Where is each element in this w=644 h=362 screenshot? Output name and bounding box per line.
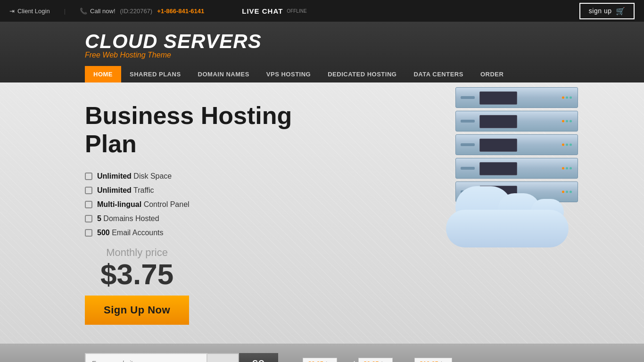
hero-content: Business Hosting Plan Unlimited Disk Spa… <box>85 101 349 325</box>
tld-com-price-unit: /yr <box>325 360 332 362</box>
tld-com-price-value: $9.95 <box>308 360 323 362</box>
pricing-area: Monthly price $3.75 Sign Up Now <box>85 247 349 325</box>
brand-name: CLOUD SERVERS <box>85 30 559 53</box>
bullet-icon <box>85 215 92 222</box>
domain-input-wrapper <box>85 353 207 362</box>
nav-item-order[interactable]: ORDER <box>472 66 512 82</box>
tld-org-price: .org $10.95 /yr <box>399 358 452 362</box>
phone-number[interactable]: +1-866-841-6141 <box>157 8 204 15</box>
bullet-icon <box>85 201 92 208</box>
hero-title: Business Hosting Plan <box>85 101 349 158</box>
price-box: Monthly price $3.75 Sign Up Now <box>85 247 189 325</box>
call-now-section: 📞 Call now! (ID:220767) +1-866-841-6141 <box>80 8 204 15</box>
domain-search-input[interactable] <box>86 360 206 362</box>
tld-net-label: .net <box>344 360 355 362</box>
cart-icon: 🛒 <box>616 7 626 16</box>
feature-text: 5 Domains Hosted <box>97 214 159 223</box>
feature-email: 500 Email Accounts <box>85 229 349 237</box>
cloud-illustration <box>437 177 578 252</box>
tld-com-price: .com $9.95 /yr <box>285 358 337 362</box>
hero-server-image <box>437 87 587 252</box>
feature-text: Multi-lingual Control Panel <box>97 200 190 209</box>
call-label: Call now! <box>90 8 115 15</box>
live-chat-label: LIVE CHAT <box>242 7 283 15</box>
login-icon: ⇥ <box>9 8 15 15</box>
tld-org-price-value: $10.95 <box>420 360 438 362</box>
nav-item-dedicated-hosting[interactable]: DEDICATED HOSTING <box>319 66 405 82</box>
signup-button[interactable]: sign up 🛒 <box>579 3 635 19</box>
tld-select[interactable]: .com .net .org <box>211 360 228 362</box>
feature-traffic: Unlimited Traffic <box>85 186 349 195</box>
nav-item-home[interactable]: HOME <box>85 66 121 82</box>
feature-text: Unlimited Disk Space <box>97 172 172 181</box>
client-login-label: Client Login <box>17 8 50 15</box>
domain-search-go-button[interactable]: GO <box>239 353 278 362</box>
monthly-label: Monthly price <box>85 247 189 259</box>
tld-select-wrapper: .com .net .org ▼ <box>207 353 239 362</box>
nav-item-vps-hosting[interactable]: VPS HOSTING <box>258 66 319 82</box>
bullet-icon <box>85 173 92 180</box>
separator: | <box>64 8 66 15</box>
server-unit-1 <box>455 87 578 108</box>
bullet-icon <box>85 229 92 237</box>
price-display: $3.75 <box>85 260 189 289</box>
tld-net-price-value: $9.95 <box>363 360 379 362</box>
tld-net-price: .net $9.95 /yr <box>344 358 393 362</box>
nav-item-shared-plans[interactable]: SHARED PLANS <box>121 66 190 82</box>
tld-net-price-unit: /yr <box>380 360 387 362</box>
feature-domains: 5 Domains Hosted <box>85 214 349 223</box>
tagline: Free Web Hosting Theme <box>85 51 559 59</box>
phone-icon: 📞 <box>80 8 87 15</box>
logo: CLOUD SERVERS Free Web Hosting Theme <box>85 30 559 59</box>
tld-com-label: .com <box>285 360 300 362</box>
offline-badge: OFFLINE <box>287 8 306 14</box>
main-nav: HOME SHARED PLANS DOMAIN NAMES VPS HOSTI… <box>85 66 559 82</box>
features-list: Unlimited Disk Space Unlimited Traffic M… <box>85 172 349 237</box>
feature-text: Unlimited Traffic <box>97 186 154 195</box>
tld-org-price-box: $10.95 /yr <box>414 358 452 362</box>
nav-item-domain-names[interactable]: DOMAIN NAMES <box>190 66 258 82</box>
header: CLOUD SERVERS Free Web Hosting Theme HOM… <box>0 22 644 82</box>
server-unit-4 <box>455 158 578 179</box>
hero-signup-button[interactable]: Sign Up Now <box>85 296 189 325</box>
bullet-icon <box>85 187 92 194</box>
tld-net-price-box: $9.95 /yr <box>358 358 393 362</box>
feature-control-panel: Multi-lingual Control Panel <box>85 200 349 209</box>
server-unit-2 <box>455 111 578 132</box>
server-unit-3 <box>455 134 578 155</box>
client-login-link[interactable]: ⇥ Client Login <box>9 8 50 15</box>
feature-disk: Unlimited Disk Space <box>85 172 349 181</box>
signup-label: sign up <box>589 7 612 15</box>
live-chat-section[interactable]: LIVE CHAT OFFLINE <box>232 7 306 15</box>
call-id: (ID:220767) <box>120 8 153 15</box>
top-bar: ⇥ Client Login | 📞 Call now! (ID:220767)… <box>0 0 644 22</box>
nav-item-data-centers[interactable]: DATA CENTERS <box>405 66 471 82</box>
domain-search-bar: .com .net .org ▼ GO .com $9.95 /yr .net … <box>0 344 644 362</box>
hero-section: Business Hosting Plan Unlimited Disk Spa… <box>0 82 644 344</box>
tld-org-label: .org <box>399 360 412 362</box>
tld-org-price-unit: /yr <box>440 360 446 362</box>
feature-text: 500 Email Accounts <box>97 229 164 237</box>
tld-com-price-box: $9.95 /yr <box>303 358 337 362</box>
